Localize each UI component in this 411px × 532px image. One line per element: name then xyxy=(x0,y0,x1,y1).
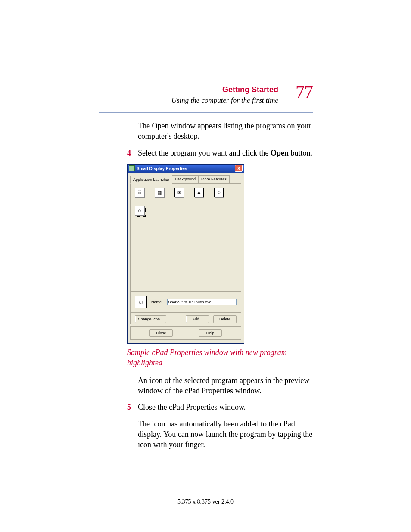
paragraph: The icon has automatically been added to… xyxy=(138,419,313,450)
app-icon xyxy=(129,165,135,171)
header-divider xyxy=(99,112,313,113)
chapter-subtitle: Using the computer for the first time xyxy=(171,96,278,105)
paragraph: The Open window appears listing the prog… xyxy=(138,121,313,142)
launcher-icon[interactable]: ✉ xyxy=(174,188,184,197)
preview-icon: ☺ xyxy=(135,296,147,308)
window-title: Small Display Properties xyxy=(137,166,235,172)
launcher-icon[interactable]: ☺ xyxy=(214,188,224,197)
tab-application-launcher[interactable]: Application Launcher xyxy=(130,176,172,184)
close-dialog-button[interactable]: Close xyxy=(149,329,173,337)
step-number: 4 xyxy=(127,148,131,158)
step-5: 5 Close the cPad Properties window. xyxy=(99,402,313,412)
step-4: 4 Select the program you want and click … xyxy=(99,148,313,158)
button-row: Change Icon... Add... Delete xyxy=(130,313,241,324)
tab-more-features[interactable]: More Features xyxy=(198,175,230,183)
step-text: Close the cPad Properties window. xyxy=(138,403,246,411)
tab-panel: ⠿ ▦ ✉ ♟ ☺ ☺ xyxy=(130,184,241,292)
launcher-icon-selected[interactable]: ☺ xyxy=(135,206,144,215)
figure-caption: Sample cPad Properties window with new p… xyxy=(127,347,313,368)
bold-text: Open xyxy=(271,149,289,157)
step-text: Select the program you want and click th… xyxy=(138,149,271,157)
step-text: button. xyxy=(289,149,312,157)
dialog-window: Small Display Properties X Application L… xyxy=(127,164,244,344)
launcher-icon[interactable]: ⠿ xyxy=(135,188,144,197)
name-label: Name: xyxy=(151,299,163,305)
dialog-footer-buttons: Close Help xyxy=(130,326,241,340)
page-footer: 5.375 x 8.375 ver 2.4.0 xyxy=(0,498,411,505)
tab-background[interactable]: Background xyxy=(172,175,199,183)
add-button[interactable]: Add... xyxy=(186,315,209,323)
step-number: 5 xyxy=(127,402,131,412)
delete-button[interactable]: Delete xyxy=(213,315,237,323)
titlebar[interactable]: Small Display Properties X xyxy=(128,165,244,173)
tab-bar: Application Launcher Background More Fea… xyxy=(130,175,241,184)
name-input[interactable] xyxy=(167,299,237,305)
paragraph: An icon of the selected program appears … xyxy=(138,375,313,396)
launcher-icon[interactable]: ♟ xyxy=(194,188,204,197)
page-number: 77 xyxy=(296,82,313,103)
close-button[interactable]: X xyxy=(235,165,243,172)
preview-section: ☺ Name: xyxy=(130,292,241,313)
body-text: The Open window appears listing the prog… xyxy=(99,121,313,456)
change-icon-button[interactable]: Change Icon... xyxy=(135,315,166,323)
chapter-title: Getting Started xyxy=(171,85,278,94)
page-header: Getting Started Using the computer for t… xyxy=(99,85,313,105)
help-button[interactable]: Help xyxy=(199,329,222,337)
launcher-icon[interactable]: ▦ xyxy=(155,188,164,197)
